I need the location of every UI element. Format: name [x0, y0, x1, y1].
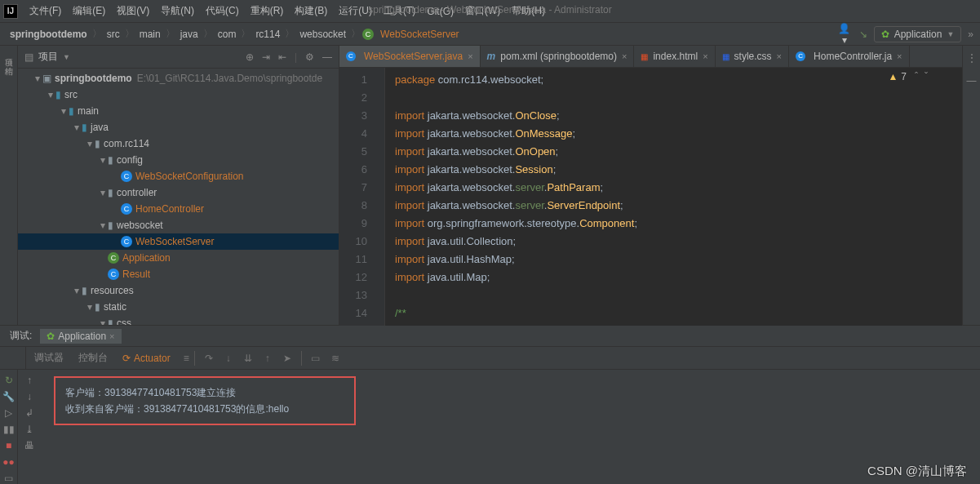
tree-node[interactable]: ▾▮main [18, 103, 339, 119]
project-tree[interactable]: ▾▣ springbootdemo E:\01_Git\RC114.Java.D… [18, 69, 339, 325]
build-hammer-icon[interactable]: ↘ [859, 29, 867, 40]
tree-node[interactable]: CHomeController [18, 201, 339, 217]
class-icon: C [362, 29, 374, 40]
fold-gutter[interactable] [374, 68, 385, 326]
up-icon[interactable]: ↑ [27, 375, 32, 386]
crumb-main[interactable]: main [136, 29, 164, 40]
warning-icon: ▲ [888, 71, 898, 82]
resume-icon[interactable]: ▷ [5, 407, 12, 419]
pause-icon[interactable]: ▮▮ [3, 424, 15, 435]
spring-icon: ✿ [47, 331, 55, 342]
tree-node[interactable]: ▾▮java [18, 119, 339, 135]
crumb-src[interactable]: src [104, 29, 123, 40]
right-tool-stripe: ⋮ — [962, 46, 980, 325]
run-config-label: Application [894, 29, 942, 40]
run-to-cursor-icon[interactable]: ➤ [278, 349, 296, 367]
tree-node[interactable]: ▾▮src [18, 87, 339, 103]
menu-build[interactable]: 构建(B) [290, 2, 332, 20]
menu-file[interactable]: 文件(F) [24, 2, 66, 20]
tree-root[interactable]: ▾▣ springbootdemo E:\01_Git\RC114.Java.D… [18, 70, 339, 87]
menu-nav[interactable]: 导航(N) [156, 2, 199, 20]
stop-icon[interactable]: ■ [6, 440, 11, 451]
menu-edit[interactable]: 编辑(E) [68, 2, 110, 20]
tree-node[interactable]: ▾▮css [18, 315, 339, 325]
editor-tab[interactable]: CWebSocketServer.java× [339, 46, 481, 67]
menu-code[interactable]: 代码(C) [201, 2, 244, 20]
run-configuration[interactable]: ✿ Application ▼ [874, 26, 962, 42]
console-line: 收到来自客户端：39138477410481753的信息:hello [65, 401, 344, 417]
crumb-sep: 〉 [91, 27, 104, 41]
debugger-subtab[interactable]: 调试器 [28, 349, 70, 366]
panel-dropdown-icon[interactable]: ▼ [63, 53, 70, 61]
scroll-end-icon[interactable]: ⤓ [25, 424, 33, 435]
tree-node[interactable]: ▾▮resources [18, 282, 339, 299]
warning-count: 7 [901, 71, 907, 82]
crumb-active[interactable]: WebSocketServer [377, 29, 463, 40]
crumb-websocket[interactable]: websocket [296, 29, 349, 40]
debug-app-tab[interactable]: ✿ Application × [40, 329, 121, 344]
actuator-subtab[interactable]: ⟳ Actuator [116, 351, 177, 366]
menubar: IJ 文件(F) 编辑(E) 视图(V) 导航(N) 代码(C) 重构(R) 构… [0, 0, 980, 23]
editor-tab[interactable]: ▦style.css× [716, 46, 789, 67]
project-panel: ▤ 项目 ▼ ⊕ ⇥ ⇤ | ⚙ — ▾▣ springbootdemo E:\… [18, 46, 339, 325]
locate-icon[interactable]: ⊕ [246, 51, 254, 63]
rerun-icon[interactable]: ↻ [5, 375, 13, 386]
down-nav-icon[interactable]: ˇ [925, 71, 928, 82]
step-out-icon[interactable]: ↑ [259, 349, 277, 367]
window-title: springbootdemo - WebSocketServer.java - … [368, 4, 612, 16]
wrench-icon[interactable]: 🔧 [2, 391, 15, 402]
tree-node[interactable]: ▾▮controller [18, 184, 339, 201]
up-nav-icon[interactable]: ˆ [915, 71, 918, 82]
console-line: 客户端：39138477410481753建立连接 [65, 384, 344, 401]
editor-tab[interactable]: mpom.xml (springbootdemo)× [481, 46, 635, 67]
settings-gear-icon[interactable]: ⚙ [305, 51, 314, 63]
tree-root-path: E:\01_Git\RC114.Java.Demo\springbootde [137, 73, 322, 84]
editor-tab[interactable]: CHomeController.ja× [789, 46, 909, 67]
user-icon[interactable]: 👤▾ [836, 23, 853, 46]
run-play-icon[interactable]: » [968, 29, 973, 40]
evaluate-icon[interactable]: ▭ [307, 349, 325, 367]
close-icon[interactable]: × [109, 331, 114, 341]
tree-node[interactable]: ▾▮com.rc114 [18, 135, 339, 152]
crumb-com[interactable]: com [215, 29, 240, 40]
console-subtab[interactable]: 控制台 [72, 349, 114, 366]
expand-icon[interactable]: ⇥ [262, 51, 270, 63]
force-step-icon[interactable]: ⇊ [239, 349, 257, 367]
tree-root-label: springbootdemo [55, 73, 132, 84]
tree-node[interactable]: CApplication [18, 250, 339, 266]
tree-node[interactable]: CWebSocketServer [18, 233, 339, 250]
collapse-icon[interactable]: ⇤ [278, 51, 286, 63]
step-over-icon[interactable]: ↷ [200, 349, 218, 367]
tree-node[interactable]: CResult [18, 266, 339, 282]
code-content[interactable]: package com.rc114.websocket; import jaka… [385, 68, 637, 326]
hide-icon[interactable]: — [322, 51, 332, 63]
breadcrumb-bar: springbootdemo 〉 src 〉 main 〉 java 〉 com… [0, 23, 980, 46]
panel-title: 项目 [38, 50, 58, 64]
soft-wrap-icon[interactable]: ↲ [25, 407, 33, 419]
debug-panel: 调试: ✿ Application × 调试器 控制台 ⟳ Actuator ≡… [0, 325, 980, 484]
tree-node[interactable]: ▾▮websocket [18, 217, 339, 233]
crumb-java[interactable]: java [177, 29, 202, 40]
crumb-rc114[interactable]: rc114 [252, 29, 283, 40]
step-into-icon[interactable]: ↓ [220, 349, 237, 367]
breakpoints-icon[interactable]: ●● [2, 456, 15, 468]
console-output[interactable]: 客户端：39138477410481753建立连接 收到来自客户端：391384… [41, 370, 980, 484]
menu-refactor[interactable]: 重构(R) [246, 2, 289, 20]
editor-body[interactable]: 1234567891011121314 package com.rc114.we… [339, 68, 962, 326]
menu-view[interactable]: 视图(V) [112, 2, 154, 20]
down-icon[interactable]: ↓ [27, 391, 32, 402]
inspection-badge[interactable]: ▲ 7 ˆ ˇ [888, 71, 928, 82]
tree-node[interactable]: ▾▮static [18, 299, 339, 315]
tree-node[interactable]: ▾▮config [18, 152, 339, 168]
editor-tab[interactable]: ▦index.html× [634, 46, 715, 67]
print-icon[interactable]: 🖶 [24, 440, 34, 451]
app-logo: IJ [3, 4, 18, 19]
trace-icon[interactable]: ≋ [326, 349, 344, 367]
filter-icon[interactable]: ≡ [184, 353, 189, 364]
crumb-project[interactable]: springbootdemo [7, 29, 91, 40]
notifications-icon[interactable]: — [967, 75, 977, 87]
chevron-down-icon: ▼ [947, 30, 954, 38]
tree-node[interactable]: CWebSocketConfiguration [18, 168, 339, 184]
more-icon[interactable]: ⋮ [967, 52, 977, 64]
layout-icon[interactable]: ▭ [4, 473, 13, 484]
